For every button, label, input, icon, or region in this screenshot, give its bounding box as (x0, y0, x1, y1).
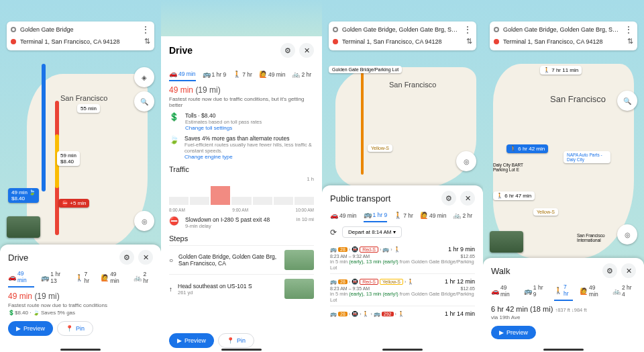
sheet-title: Public transport (330, 193, 390, 204)
route-summary: 49 min (19 mi) (8, 292, 153, 301)
bottom-sheet-walk: Walk ⚙ ✕ 🚗49 min 🚌1 hr 9 🚶7 hr 🙋49 min 🚲… (483, 258, 644, 352)
my-location-button[interactable]: ◎ (456, 151, 476, 171)
mode-tabs: 🚗49 min 🚌1 hr 13 🚶7 hr 🙋49 min 🚲2 hr (8, 270, 153, 288)
eco-icon: 🍃 (169, 135, 179, 144)
screen-drive-collapsed: ▲ ● 9:20 Golden Gate Bridge ⋮ Terminal 1… (0, 0, 161, 352)
preview-button[interactable]: ▶ Preview (169, 333, 214, 348)
eco-link[interactable]: Change engine type (184, 154, 314, 160)
search-map-button[interactable]: 🔍 (617, 91, 637, 111)
transit-option[interactable]: 🚌28› 🚇Red-SYellow-S›🚶 1 hr 12 min 8:23 A… (330, 274, 475, 306)
nav-home-bar[interactable] (543, 349, 584, 351)
alt-walk-chip-2[interactable]: 🚶 6 hr 47 min (493, 191, 535, 200)
tab-walk[interactable]: 🚶7 hr (75, 271, 95, 287)
tab-transit[interactable]: 🚌1 hr 13 (41, 271, 68, 287)
options-button[interactable]: ⚙ (280, 43, 295, 58)
tab-walk[interactable]: 🚶7 hr (233, 71, 252, 81)
route-extras: 💲$8.40 · 🍃 Saves 5% gas (8, 310, 153, 316)
options-button[interactable]: ⚙ (602, 263, 617, 278)
tab-transit[interactable]: 🚌1 hr 9 (364, 211, 388, 222)
my-location-button[interactable]: ◎ (134, 211, 154, 231)
origin-icon (333, 27, 338, 32)
origin-field[interactable]: Golden Gate Bridge, Golden Gate Brg, San… (503, 26, 620, 33)
search-map-button[interactable]: 🔍 (134, 91, 154, 112)
alt-walk-chip[interactable]: 🚶 7 hr 11 min (540, 66, 582, 75)
tab-ride[interactable]: 🙋49 min (420, 212, 447, 222)
nav-home-bar[interactable] (382, 349, 423, 351)
streetview-thumb[interactable] (490, 231, 523, 253)
tolls-title: Tolls · $8.40 (185, 112, 262, 119)
walk-via: via 19th Ave (491, 314, 636, 320)
tab-bike[interactable]: 🚲2 hr (292, 71, 311, 81)
depart-time-button[interactable]: Depart at 8:14 AM ▾ (342, 226, 402, 238)
streetview-thumb[interactable] (7, 216, 40, 238)
options-button[interactable]: ⚙ (441, 191, 456, 206)
destination-field[interactable]: Terminal 1, San Francisco, CA 94128 (503, 38, 623, 45)
tolls-link[interactable]: Change toll settings (185, 125, 262, 131)
destination-field[interactable]: Terminal 1, San Francisco, CA 94128 (20, 38, 140, 45)
more-icon[interactable]: ⋮ (463, 27, 472, 32)
tab-walk[interactable]: 🚶7 hr (554, 283, 573, 301)
layers-button[interactable]: ◈ (134, 67, 154, 87)
nav-home-bar[interactable] (221, 349, 262, 351)
close-button[interactable]: ✕ (299, 43, 314, 58)
tab-bike[interactable]: 🚲2 hr (453, 212, 472, 222)
pin-button[interactable]: 📍 Pin (218, 333, 254, 348)
pin-icon: ○ (169, 257, 173, 264)
origin-field[interactable]: Golden Gate Bridge (20, 26, 137, 33)
destination-field[interactable]: Terminal 1, San Francisco, CA 94128 (342, 38, 462, 45)
selected-route-chip[interactable]: 49 min 🍃$8.40 (8, 188, 39, 203)
start-station-label: Golden Gate Bridge/Parking Lot (329, 66, 402, 73)
selected-walk-chip[interactable]: 🚶 6 hr 42 min (506, 144, 548, 153)
mode-tabs: 🚗49 min 🚌1 hr 9 🚶7 hr 🙋49 min 🚲2 hr (169, 70, 314, 81)
swap-icon[interactable]: ⇅ (144, 37, 150, 46)
step-thumb[interactable] (284, 250, 314, 270)
delay-chip: ⛔ +5 min (58, 199, 89, 208)
my-location-button[interactable]: ◎ (617, 224, 637, 245)
transit-option[interactable]: 🚌28› 🚇Red-S› 🚌›🚶 1 hr 9 min 8:23 AM – 9:… (330, 242, 475, 274)
route-note: Fastest route now due to traffic conditi… (8, 302, 153, 308)
tab-walk[interactable]: 🚶7 hr (394, 212, 413, 222)
tab-drive[interactable]: 🚗49 min (8, 270, 34, 288)
tab-ride[interactable]: 🙋49 min (101, 271, 127, 287)
tab-transit[interactable]: 🚌1 hr 9 (203, 71, 227, 81)
options-button[interactable]: ⚙ (119, 250, 134, 265)
traffic-heading: Traffic (169, 165, 314, 173)
more-icon[interactable]: ⋮ (624, 27, 633, 32)
mode-tabs: 🚗49 min 🚌1 hr 9 🚶7 hr 🙋49 min 🚲2 hr 4 (491, 283, 636, 301)
step-thumb[interactable] (284, 279, 314, 299)
tab-transit[interactable]: 🚌1 hr 9 (524, 284, 547, 300)
tab-bike[interactable]: 🚲2 hr (133, 271, 153, 287)
pin-button[interactable]: 📍 Pin (57, 321, 93, 336)
tab-bike[interactable]: 🚲2 hr 4 (612, 284, 636, 300)
step-row[interactable]: ↑ Head southeast on US-101 S 261 yd (169, 274, 314, 303)
slowdown-dist: in 10 mi (297, 216, 314, 222)
route-note: Fastest route now due to traffic conditi… (169, 96, 314, 108)
close-button[interactable]: ✕ (621, 263, 636, 278)
directions-box: Golden Gate Bridge, Golden Gate Brg, San… (490, 21, 637, 50)
nav-home-bar[interactable] (60, 349, 101, 351)
alt-route-chip-2[interactable]: 59 min$8.40 (57, 151, 80, 166)
mode-tabs: 🚗49 min 🚌1 hr 9 🚶7 hr 🙋49 min 🚲2 hr (330, 211, 475, 222)
close-button[interactable]: ✕ (460, 191, 475, 206)
poi-label[interactable]: NAPA Auto Parts - Daly City (564, 151, 610, 163)
transit-line-label: Yellow-S (533, 208, 558, 216)
tab-drive[interactable]: 🚗49 min (491, 284, 517, 300)
preview-button[interactable]: ▶ Preview (8, 321, 53, 336)
more-icon[interactable]: ⋮ (141, 27, 150, 32)
destination-icon (11, 39, 16, 44)
tolls-sub: Estimates based on toll pass rates (185, 119, 262, 125)
swap-icon[interactable]: ⇅ (466, 37, 472, 46)
refresh-button[interactable]: ⟳ (330, 228, 337, 237)
alt-route-chip-1[interactable]: 55 min (77, 104, 100, 113)
swap-icon[interactable]: ⇅ (627, 37, 633, 46)
close-button[interactable]: ✕ (138, 250, 153, 265)
transit-option[interactable]: 🚌28› 🚇›🚶› 🚌292›🚶 1 hr 14 min (330, 306, 475, 320)
tab-drive[interactable]: 🚗49 min (330, 212, 357, 222)
tab-ride[interactable]: 🙋49 min (580, 284, 606, 300)
sheet-title: Drive (169, 45, 193, 56)
step-row[interactable]: ○ Golden Gate Bridge, Golden Gate Brg, S… (169, 245, 314, 274)
tab-drive[interactable]: 🚗49 min (169, 70, 196, 81)
origin-field[interactable]: Golden Gate Bridge, Golden Gate Brg, San… (342, 26, 459, 33)
preview-button[interactable]: ▶ Preview (491, 326, 536, 339)
tab-ride[interactable]: 🙋49 min (259, 71, 286, 81)
